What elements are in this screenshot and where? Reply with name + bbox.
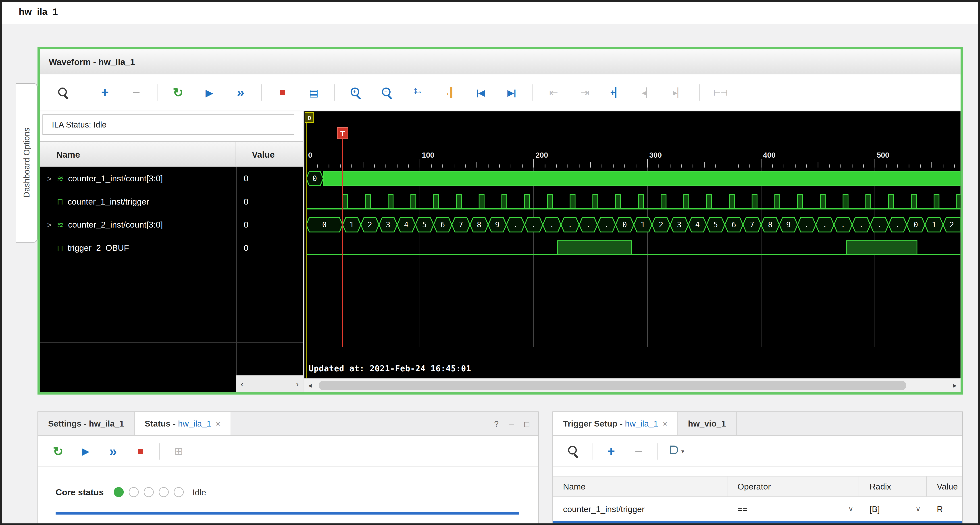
toolbar-separator [157, 85, 158, 101]
go-to-end-button[interactable]: ▶| [496, 80, 527, 106]
svg-text:1: 1 [932, 220, 936, 229]
expand-arrow-icon[interactable]: > [46, 174, 52, 183]
set-trigger-condition-button[interactable]: ▾ [663, 438, 690, 464]
svg-text:.: . [804, 220, 809, 229]
signal-row[interactable]: >≋counter_2_inst/count[3:0]0 [40, 213, 303, 236]
svg-text:100: 100 [422, 151, 434, 159]
radix-dropdown-icon[interactable]: ∨ [915, 505, 921, 513]
tab-status-hw-ila-1[interactable]: Status - hw_ila_1× [135, 412, 231, 435]
svg-text:0: 0 [622, 220, 627, 229]
search-button[interactable] [48, 80, 79, 106]
export-ila-data-button[interactable]: ▤ [298, 80, 329, 106]
scrollbar-thumb[interactable] [319, 381, 906, 390]
column-header-name[interactable]: Name [553, 477, 727, 497]
svg-text:6: 6 [732, 220, 736, 229]
waveform-panel-header[interactable]: Waveform - hw_ila_1 [40, 49, 960, 74]
help-button[interactable]: ? [494, 419, 499, 429]
dashboard-options-tab[interactable]: Dashboard Options [16, 83, 38, 243]
scroll-left-icon[interactable]: ◂ [304, 379, 316, 392]
swap-cursors-button[interactable]: ⊢⊣ [705, 80, 736, 106]
waveform-area[interactable]: 010020030040050000123456789......0123456… [304, 111, 961, 378]
zoom-in-button[interactable]: + [340, 80, 371, 106]
tab-hw-vio-1[interactable]: hw_vio_1 [678, 412, 737, 435]
close-tab-icon[interactable]: × [663, 419, 667, 428]
zoom-out-button[interactable]: − [371, 80, 402, 106]
column-header-name[interactable]: Name [40, 142, 236, 166]
run-trigger-immediate-button[interactable]: » [225, 80, 256, 106]
status-dot [129, 487, 139, 497]
stop-trigger-button[interactable]: ■ [127, 438, 154, 464]
svg-text:.: . [822, 220, 827, 229]
play-icon: ▶ [205, 87, 213, 99]
rerun-trigger-button[interactable]: ↻ [45, 438, 72, 464]
timeline-ruler: 0100200300400500 [306, 151, 955, 168]
add-probes-button[interactable]: + [89, 80, 121, 106]
tab-trigger-setup-hw-ila-1[interactable]: Trigger Setup - hw_ila_1× [553, 412, 678, 435]
next-marker-button[interactable]: ▸▏ [663, 80, 694, 106]
svg-text:.: . [513, 220, 518, 229]
stop-trigger-button[interactable]: ■ [267, 80, 298, 106]
value-cell[interactable]: R [927, 497, 963, 521]
svg-text:.: . [568, 220, 572, 229]
svg-text:1: 1 [350, 220, 354, 229]
toolbar-separator [699, 85, 700, 101]
ila-status-box: ILA Status: Idle [42, 114, 294, 135]
svg-text:2: 2 [659, 220, 663, 229]
tab-settings-hw-ila-1[interactable]: Settings - hw_ila_1 [38, 412, 135, 435]
auto-re-trigger-button[interactable]: ⊞ [165, 438, 192, 464]
tab-label-prefix: Status - [145, 419, 178, 428]
waveform-body: ILA Status: Idle Name Value >≋counter_1_… [40, 111, 960, 392]
run-trigger-immediate-button[interactable]: » [99, 438, 127, 464]
signal-value: 0 [236, 213, 303, 236]
previous-marker-button[interactable]: ◂▏ [632, 80, 663, 106]
scroll-right-icon[interactable]: › [296, 379, 299, 389]
column-header-radix[interactable]: Radix [859, 477, 927, 497]
scroll-left-icon[interactable]: ‹ [240, 379, 243, 389]
radix-cell[interactable]: [B]∨ [859, 497, 927, 521]
waveform-canvas[interactable]: 010020030040050000123456789......0123456… [304, 111, 961, 378]
next-transition-button[interactable]: ⇥ [570, 80, 601, 106]
signal-name: counter_1_inst/trigger [68, 197, 149, 206]
trigger-row[interactable]: counter_1_inst/trigger==∨[B]∨R [553, 497, 963, 523]
status-dot-active [114, 487, 124, 497]
signal-row[interactable]: ⊓counter_1_inst/trigger0 [40, 190, 303, 213]
next-marker-icon: ▸▏ [673, 88, 684, 97]
value-column-scrollbar[interactable]: ‹ › [236, 375, 303, 392]
run-trigger-button[interactable]: ▶ [194, 80, 225, 106]
bus-signal-icon: ≋ [57, 174, 64, 183]
signal-list-panel: ILA Status: Idle Name Value >≋counter_1_… [40, 111, 303, 392]
add-probe-button[interactable]: + [597, 438, 625, 464]
search-button[interactable] [559, 438, 587, 464]
remove-probes-button[interactable]: − [121, 80, 152, 106]
swap-cursors-icon: ⊢⊣ [714, 88, 727, 97]
operator-cell[interactable]: ==∨ [727, 497, 860, 521]
previous-transition-button[interactable]: ⇤ [538, 80, 570, 106]
waveform-hscrollbar[interactable]: ◂ ▸ [304, 378, 961, 392]
go-to-trigger-button[interactable]: →▎ [434, 80, 465, 106]
operator-dropdown-icon[interactable]: ∨ [848, 505, 853, 513]
tree-divider [40, 342, 303, 343]
zoom-fit-button[interactable]: ↔↕ [402, 80, 434, 106]
add-marker-button[interactable]: +▏ [601, 80, 632, 106]
trigger-marker[interactable]: T [337, 128, 348, 347]
logic-gate-icon [669, 445, 680, 457]
column-header-value[interactable]: Value [927, 477, 963, 497]
column-header-operator[interactable]: Operator [727, 477, 860, 497]
svg-text:T: T [340, 129, 345, 138]
rerun-trigger-button[interactable]: ↻ [162, 80, 194, 106]
column-header-value[interactable]: Value [236, 142, 303, 166]
expand-arrow-icon[interactable]: > [46, 220, 52, 229]
run-trigger-button[interactable]: ▶ [72, 438, 99, 464]
remove-probe-button[interactable]: − [625, 438, 652, 464]
minimize-button[interactable]: – [509, 419, 514, 429]
zoom-in-icon: + [350, 87, 361, 98]
close-tab-icon[interactable]: × [216, 419, 220, 428]
scroll-right-icon[interactable]: ▸ [949, 379, 960, 392]
signal-row[interactable]: >≋counter_1_inst/count[3:0]0 [40, 167, 303, 190]
signal-name: counter_1_inst/count[3:0] [68, 174, 163, 183]
signal-name-cell: >≋counter_2_inst/count[3:0] [40, 213, 236, 236]
float-button[interactable]: □ [525, 419, 530, 429]
signal-row[interactable]: ⊓trigger_2_OBUF0 [40, 236, 303, 260]
go-to-start-button[interactable]: |◀ [465, 80, 496, 106]
signal-waves: 00123456789......0123456789......012 [306, 171, 961, 254]
